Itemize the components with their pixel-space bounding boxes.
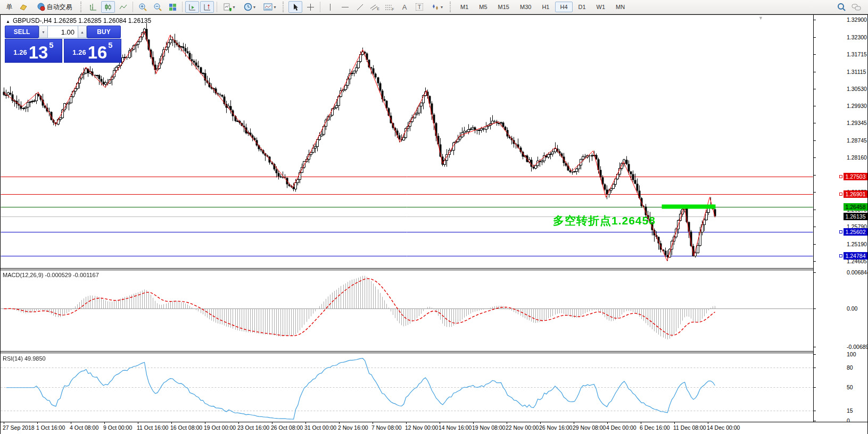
auto-scroll-button[interactable] — [185, 1, 199, 13]
sell-button[interactable]: SELL — [5, 26, 39, 38]
macd-canvas[interactable] — [1, 270, 813, 351]
equidistant-channel-button[interactable]: E — [368, 1, 382, 13]
price-tick-label: 1.31715 — [847, 51, 867, 57]
zoom-in-button[interactable] — [136, 1, 150, 13]
rsi-tick-label: 50 — [847, 384, 853, 390]
axis-tick-mark — [814, 421, 816, 421]
timeframe-m5[interactable]: M5 — [474, 2, 492, 12]
time-axis[interactable]: 27 Sep 20181 Oct 16:004 Oct 08:009 Oct 0… — [1, 422, 867, 434]
gold-book-icon[interactable] — [16, 1, 30, 13]
price-tick-label: 1.32900 — [847, 16, 867, 23]
arrows-tool-button[interactable]: ▾ — [427, 1, 447, 13]
axis-tick-mark — [814, 387, 816, 388]
price-chart-canvas[interactable] — [1, 15, 813, 268]
chart-shift-button[interactable] — [200, 1, 214, 13]
text-label-button[interactable]: T — [412, 1, 426, 13]
price-tick-label: 1.25190 — [847, 241, 867, 247]
timeframe-w1[interactable]: W1 — [592, 2, 610, 12]
time-tick-label: 1 Oct 16:00 — [36, 424, 65, 431]
axis-tick-mark — [814, 106, 816, 106]
axis-tick-mark — [814, 37, 816, 38]
time-tick-label: 9 Oct 00:00 — [103, 424, 132, 431]
timeframe-mn[interactable]: MN — [611, 2, 630, 12]
text-tool-button[interactable]: A — [398, 1, 411, 13]
time-tick-label: 14 Nov 16:00 — [439, 424, 472, 431]
periods-button[interactable]: ▾ — [240, 1, 259, 13]
collapse-panel-icon[interactable]: ▲ — [6, 19, 10, 24]
timeframe-h4[interactable]: H4 — [555, 2, 572, 12]
price-level-tag: 1.25602 — [844, 228, 867, 236]
line-chart-button[interactable] — [116, 1, 130, 13]
axis-tick-mark — [814, 210, 816, 210]
rsi-canvas[interactable] — [1, 353, 813, 422]
toolbar-separator — [182, 2, 183, 12]
time-tick-label: 19 Nov 08:00 — [472, 424, 505, 431]
axis-tick-mark — [814, 354, 816, 355]
cursor-icon — [292, 3, 299, 11]
timeframe-m30[interactable]: M30 — [515, 2, 536, 12]
volume-input[interactable] — [48, 26, 78, 38]
cursor-button[interactable] — [288, 1, 302, 13]
chat-button[interactable] — [849, 1, 863, 13]
bar-chart-button[interactable] — [86, 1, 100, 13]
fibonacci-glyph: F — [392, 7, 394, 11]
toolbar-drag-handle[interactable] — [450, 2, 452, 12]
indicators-button[interactable]: ▾ — [220, 1, 239, 13]
timeframe-m15[interactable]: M15 — [493, 2, 514, 12]
new-order-label: 单 — [6, 3, 13, 12]
text-label-glyph: T — [416, 3, 424, 11]
vertical-line-button[interactable] — [323, 1, 337, 13]
scroll-to-end-marker[interactable]: ▼ — [758, 15, 763, 21]
zoom-out-button[interactable] — [151, 1, 164, 13]
price-axis[interactable]: 1.329001.323001.317151.311151.305301.299… — [814, 15, 867, 422]
tile-windows-button[interactable] — [166, 1, 179, 13]
time-tick-label: 22 Nov 00:00 — [506, 424, 539, 431]
axis-tick-mark — [814, 20, 816, 20]
time-tick-mark — [305, 422, 306, 424]
templates-button[interactable]: ▾ — [260, 1, 279, 13]
time-tick-label: 4 Dec 00:00 — [606, 424, 636, 431]
level-connector-square — [839, 193, 842, 196]
volume-decrease-button[interactable]: ▼ — [39, 26, 48, 38]
candlestick-chart-button[interactable] — [101, 1, 115, 13]
time-tick-label: 2 Nov 16:00 — [338, 424, 368, 431]
timeframe-group: M1M5M15M30H1H4D1W1MN — [455, 2, 630, 12]
time-tick-mark — [238, 422, 239, 424]
price-tick-label: 1.31115 — [847, 69, 866, 75]
sell-price-box[interactable]: 1.26 13 5 — [5, 39, 62, 63]
gold-icon — [19, 3, 28, 11]
level-connector-square — [839, 230, 842, 233]
crosshair-button[interactable] — [303, 1, 317, 13]
horizontal-line-button[interactable] — [338, 1, 352, 13]
rsi-tick-label: 80 — [847, 364, 853, 371]
trendline-button[interactable] — [353, 1, 367, 13]
timeframe-h1[interactable]: H1 — [537, 2, 554, 12]
toolbar-drag-handle[interactable] — [80, 2, 83, 12]
autotrading-button[interactable]: 自动交易 — [31, 1, 77, 13]
time-tick-mark — [674, 422, 675, 424]
buy-price-box[interactable]: 1.26 16 5 — [64, 39, 121, 63]
fibonacci-button[interactable]: F — [383, 1, 396, 13]
buy-button[interactable]: BUY — [87, 26, 121, 38]
timeframe-m1[interactable]: M1 — [456, 2, 473, 12]
toolbar-drag-handle[interactable] — [283, 2, 285, 12]
price-level-tag: 1.26458 — [844, 203, 867, 211]
volume-increase-button[interactable]: ▲ — [78, 26, 87, 38]
time-tick-label: 29 Nov 08:00 — [573, 424, 606, 431]
chevron-down-icon: ▾ — [253, 5, 255, 10]
axis-tick-mark — [814, 347, 816, 347]
channel-glyph: E — [377, 7, 379, 11]
line-chart-icon — [119, 3, 127, 11]
time-tick-label: 7 Nov 08:00 — [371, 424, 402, 431]
new-order-button[interactable]: 单 — [2, 1, 15, 13]
clock-icon — [244, 3, 252, 11]
spin-up-icon: ▲ — [80, 30, 84, 34]
chart-title: ▲GBPUSD-,H4 1.26285 1.26285 1.26084 1.26… — [6, 17, 151, 24]
price-level-tag: 1.26901 — [844, 190, 867, 198]
time-tick-mark — [272, 422, 272, 424]
time-tick-mark — [708, 422, 708, 424]
tile-windows-icon — [169, 3, 177, 11]
axis-tick-mark — [814, 308, 816, 309]
timeframe-d1[interactable]: D1 — [574, 2, 591, 12]
search-button[interactable] — [834, 1, 848, 13]
